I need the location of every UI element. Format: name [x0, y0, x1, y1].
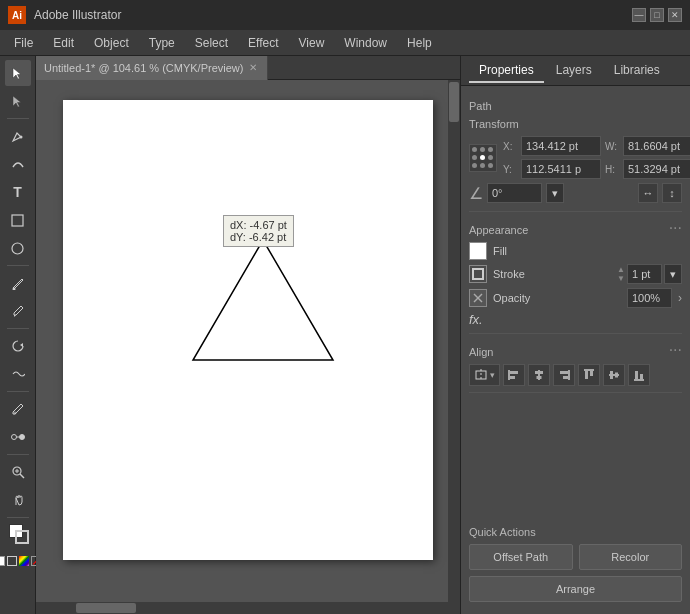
menu-view[interactable]: View [289, 32, 335, 54]
ref-point[interactable] [472, 163, 477, 168]
toolbar-separator-3 [7, 328, 29, 329]
close-button[interactable]: ✕ [668, 8, 682, 22]
canvas-area[interactable]: Untitled-1* @ 104.61 % (CMYK/Preview) ✕ … [36, 56, 460, 614]
eyedropper-tool[interactable] [5, 396, 31, 422]
curvature-tool[interactable] [5, 151, 31, 177]
tab-libraries[interactable]: Libraries [604, 59, 670, 83]
warp-tool[interactable] [5, 361, 31, 387]
pen-tool[interactable] [5, 123, 31, 149]
menu-select[interactable]: Select [185, 32, 238, 54]
direct-select-tool[interactable] [5, 88, 31, 114]
menu-object[interactable]: Object [84, 32, 139, 54]
main-layout: T [0, 56, 690, 614]
menu-file[interactable]: File [4, 32, 43, 54]
svg-marker-6 [20, 343, 23, 347]
ref-point[interactable] [488, 163, 493, 168]
horizontal-scrollbar[interactable] [36, 602, 448, 614]
selection-tool[interactable] [5, 60, 31, 86]
ref-point[interactable] [480, 147, 485, 152]
menu-help[interactable]: Help [397, 32, 442, 54]
opacity-input[interactable] [627, 288, 672, 308]
x-input[interactable] [521, 136, 601, 156]
svg-marker-0 [13, 68, 21, 79]
ref-point-center[interactable] [480, 155, 485, 160]
align-more-btn[interactable]: ··· [669, 341, 682, 359]
svg-rect-3 [12, 215, 23, 226]
tab-layers[interactable]: Layers [546, 59, 602, 83]
flip-vertical-btn[interactable]: ↕ [662, 183, 682, 203]
ref-point[interactable] [480, 163, 485, 168]
flip-horizontal-btn[interactable]: ↔ [638, 183, 658, 203]
ref-point[interactable] [472, 155, 477, 160]
svg-point-2 [19, 136, 22, 139]
divider-2 [469, 333, 682, 334]
offset-path-button[interactable]: Offset Path [469, 544, 573, 570]
tab-properties[interactable]: Properties [469, 59, 544, 83]
stroke-color-swatch[interactable] [7, 556, 17, 566]
paintbrush-tool[interactable] [5, 270, 31, 296]
stroke-width-input[interactable] [627, 264, 662, 284]
recolor-button[interactable]: Recolor [579, 544, 683, 570]
align-top-btn[interactable] [578, 364, 600, 386]
vertical-scrollbar[interactable] [448, 80, 460, 614]
h-label: H: [605, 164, 619, 175]
svg-rect-34 [615, 373, 618, 378]
doc-tab[interactable]: Untitled-1* @ 104.61 % (CMYK/Preview) ✕ [36, 56, 268, 80]
fill-row: Fill [469, 242, 682, 260]
angle-dropdown[interactable]: ▾ [546, 183, 564, 203]
ellipse-tool[interactable] [5, 235, 31, 261]
doc-tab-close[interactable]: ✕ [249, 62, 257, 73]
left-toolbar: T [0, 56, 36, 614]
fill-swatch[interactable] [469, 242, 487, 260]
rotate-tool[interactable] [5, 333, 31, 359]
maximize-button[interactable]: □ [650, 8, 664, 22]
fill-color-swatch[interactable] [0, 556, 5, 566]
title-bar: Ai Adobe Illustrator — □ ✕ [0, 0, 690, 30]
opacity-chevron-icon[interactable]: › [678, 291, 682, 305]
zoom-tool[interactable] [5, 459, 31, 485]
svg-rect-33 [610, 371, 613, 379]
appearance-more-btn[interactable]: ··· [669, 219, 682, 237]
divider-1 [469, 211, 682, 212]
scroll-thumb[interactable] [449, 82, 459, 122]
transform-inputs: X: W: Y: H: [503, 136, 690, 179]
ref-point[interactable] [488, 147, 493, 152]
pencil-tool[interactable] [5, 298, 31, 324]
align-center-v-btn[interactable] [603, 364, 625, 386]
align-bottom-btn[interactable] [628, 364, 650, 386]
menu-edit[interactable]: Edit [43, 32, 84, 54]
align-center-h-btn[interactable] [528, 364, 550, 386]
gradient-swatch[interactable] [19, 556, 29, 566]
artboard: dX: -4.67 pt dY: -6.42 pt [63, 100, 433, 560]
stroke-row: Stroke ▲▼ ▾ [469, 264, 682, 284]
hand-tool[interactable] [5, 487, 31, 513]
transform-section-title: Transform [469, 118, 682, 130]
ref-point[interactable] [472, 147, 477, 152]
stroke-type-dropdown[interactable]: ▾ [664, 264, 682, 284]
fill-stroke-widget[interactable] [5, 522, 31, 552]
ref-point[interactable] [488, 155, 493, 160]
arrange-button[interactable]: Arrange [469, 576, 682, 602]
type-tool[interactable]: T [5, 179, 31, 205]
align-left-btn[interactable] [503, 364, 525, 386]
svg-point-4 [12, 243, 23, 254]
w-input[interactable] [623, 136, 690, 156]
rectangle-tool[interactable] [5, 207, 31, 233]
reference-point-grid[interactable] [469, 144, 497, 172]
stroke-icon[interactable] [469, 265, 487, 283]
h-scroll-thumb[interactable] [76, 603, 136, 613]
window-controls: — □ ✕ [632, 8, 682, 22]
align-right-btn[interactable] [553, 364, 575, 386]
align-to-dropdown[interactable]: ▾ [469, 364, 500, 386]
svg-rect-31 [590, 371, 593, 376]
h-input[interactable] [623, 159, 690, 179]
blend-tool[interactable] [5, 424, 31, 450]
stroke-spinners[interactable]: ▲▼ [617, 265, 625, 283]
y-input[interactable] [521, 159, 601, 179]
canvas-container[interactable]: dX: -4.67 pt dY: -6.42 pt [36, 80, 460, 614]
menu-type[interactable]: Type [139, 32, 185, 54]
menu-window[interactable]: Window [334, 32, 397, 54]
menu-effect[interactable]: Effect [238, 32, 288, 54]
minimize-button[interactable]: — [632, 8, 646, 22]
angle-input[interactable] [487, 183, 542, 203]
